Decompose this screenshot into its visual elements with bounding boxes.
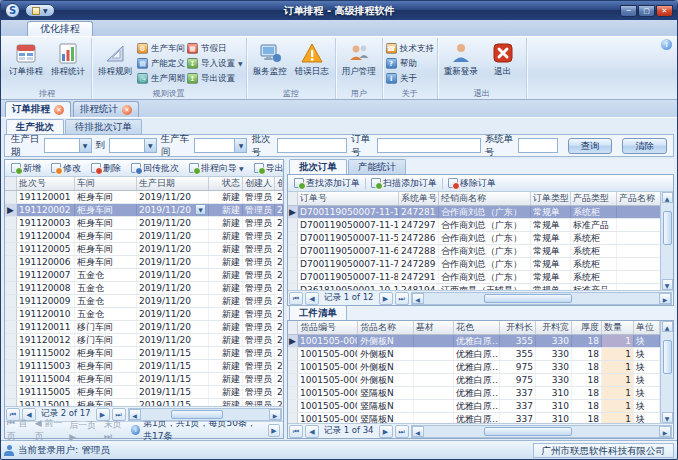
batch-row[interactable]: 191120009五金仓2019/11/20新建管理员20: [5,295,283,308]
vertical-scrollbar[interactable]: ▲▼ [660,321,673,423]
schedule-rules-button[interactable]: 排程规则 [95,39,135,78]
doc-tab-schedule-stats[interactable]: 排程统计 ✕ [73,101,139,117]
order-row[interactable]: D700119050007-11-11247297合作商刘总（广东）常规单标准产… [288,219,660,232]
date-from-picker[interactable]: ▼ [44,138,92,153]
batch-row[interactable]: 191115005柜身车间2019/11/15新建管理员20: [5,386,283,399]
order-schedule-button[interactable]: 订单排程 [6,39,46,78]
scroll-down-icon[interactable]: ▼ [662,412,673,423]
batch-row[interactable]: 191115002柜身车间2019/11/15新建管理员20: [5,347,283,360]
date-to-picker[interactable]: ▼ [109,138,157,153]
scroll-left-icon[interactable]: ◀ [129,409,141,420]
first-record-button[interactable]: ⏮ [289,425,303,438]
first-record-button[interactable]: ⏮ [289,292,303,305]
about-button[interactable]: i关于 [386,72,434,85]
minimize-button[interactable]: ─ [620,5,637,17]
capacity-define-button[interactable]: ▤产能定义 [137,57,185,70]
batch-row[interactable]: 191120012移门车间2019/11/20新建管理员20: [5,334,283,347]
close-tab-icon[interactable]: ✕ [122,105,132,115]
exit-button[interactable]: 退出 [483,39,523,78]
batch-row[interactable]: 191120008五金仓2019/11/20新建管理员20: [5,282,283,295]
tab-worklist[interactable]: 工件清单 [289,305,347,320]
scroll-right-icon[interactable]: ▶ [659,293,671,304]
batch-row[interactable]: 191115001柜身车间2019/11/15新建管理员20: [5,399,283,406]
batch-row[interactable]: 191120007五金仓2019/11/20新建管理员20: [5,269,283,282]
production-cycle-button[interactable]: ◷生产周期 [137,72,185,85]
order-row[interactable]: D700119050007-11-8247291合作商刘总（广东）常规单系统柜优… [288,271,660,284]
help-button[interactable]: ?帮助 [386,57,434,70]
tech-support-button[interactable]: ☎技术支持 [386,42,434,55]
scroll-left-icon[interactable]: ◀ [412,293,424,304]
scroll-down-icon[interactable]: ▼ [662,279,673,290]
tab-pending-batch-orders[interactable]: 待排批次订单 [65,119,142,134]
scrollbar-thumb[interactable] [663,211,672,245]
orders-table-body[interactable]: ▶D700119050007-11-1247281合作商刘总（广东）常规单系统柜… [288,206,660,290]
scroll-up-icon[interactable]: ▲ [662,192,673,203]
vertical-scrollbar[interactable]: ▲▼ [660,192,673,290]
return-batch-button[interactable]: 回传批次 [128,162,182,175]
export-settings-button[interactable]: ↥导出设置 [187,72,243,85]
work-row[interactable]: 1001505-0004外侧板N优雅白原…975330181块 [288,374,660,387]
horizontal-scrollbar[interactable]: ◀▶ [411,292,672,305]
pagination-more-button[interactable]: ▶ [268,424,280,437]
batch-row[interactable]: 191115003柜身车间2019/11/15新建管理员20: [5,360,283,373]
scrollbar-thumb[interactable] [663,340,672,374]
scrollbar-thumb[interactable] [484,427,572,436]
last-record-button[interactable]: ⏭ [395,292,409,305]
next-record-button[interactable]: ▶ [379,292,393,305]
batch-row[interactable]: 191120006柜身车间2019/11/20新建管理员20: [5,256,283,269]
scrollbar-thumb[interactable] [484,294,572,303]
horizontal-scrollbar[interactable]: ◀▶ [411,425,672,438]
order-row[interactable]: D700119050007-11-5247286合作商刘总（广东）常规单系统柜优… [288,232,660,245]
order-row[interactable]: D700119050007-11-6247288合作商刘总（广东）常规单系统柜优… [288,245,660,258]
date-dropdown-icon[interactable]: ▼ [195,204,206,215]
tab-capacity-stats[interactable]: 产能统计 [348,159,406,174]
batch-row[interactable]: 191120004柜身车间2019/11/20新建管理员20: [5,230,283,243]
schedule-stats-button[interactable]: 排程统计 [48,39,88,78]
maximize-button[interactable]: ▢ [638,5,655,17]
sys-no-input[interactable] [518,138,558,153]
next-record-button[interactable]: ▶ [379,425,393,438]
batch-table-body[interactable]: 191120001柜身车间2019/11/20新建管理员20:▶19112000… [5,191,283,406]
clear-button[interactable]: 清除 [622,138,667,154]
batch-row[interactable]: 191120010五金仓2019/11/20新建管理员20: [5,308,283,321]
batch-row[interactable]: ▶191120002柜身车间2019/11/20▼新建管理员20: [5,204,283,217]
batch-row[interactable]: 191120001柜身车间2019/11/20新建管理员20: [5,191,283,204]
workshop-select[interactable]: ▼ [194,138,248,153]
last-record-button[interactable]: ⏭ [395,425,409,438]
search-button[interactable]: 查询 [568,138,613,154]
close-tab-icon[interactable]: ✕ [54,105,64,115]
batch-no-input[interactable] [277,138,347,153]
ribbon-tab-optimize[interactable]: 优化排程 [27,21,93,36]
prev-record-button[interactable]: ◀ [305,425,319,438]
next-page-button[interactable]: 后一页 ▶ [69,419,100,442]
scroll-left-icon[interactable]: ◀ [412,426,424,437]
batch-row[interactable]: 191120011移门车间2019/11/20新建管理员20: [5,321,283,334]
batch-row[interactable]: 191120003柜身车间2019/11/20新建管理员20: [5,217,283,230]
horizontal-scrollbar[interactable]: ◀▶ [128,408,282,421]
batch-row[interactable]: 191115004柜身车间2019/11/15新建管理员20: [5,373,283,386]
quick-access-toolbar[interactable]: ▼ [25,4,55,17]
doc-tab-order-schedule[interactable]: 订单排程 ✕ [5,101,71,117]
batch-row[interactable]: 191120005柜身车间2019/11/20新建管理员20: [5,243,283,256]
service-monitor-button[interactable]: 服务监控 [250,39,290,78]
scroll-right-icon[interactable]: ▶ [269,409,281,420]
worklist-table-body[interactable]: ▶1001505-0004外侧板N优雅白原…355330181块1001505-… [288,335,660,423]
order-row[interactable]: D700119050007-11-7247289合作商刘总（广东）常规单系统柜优… [288,258,660,271]
edit-batch-button[interactable]: 修改 [48,162,84,175]
scan-add-order-button[interactable]: 扫描添加订单 [368,177,440,190]
workshop-settings-button[interactable]: ⚙生产车间 [137,42,185,55]
schedule-wizard-button[interactable]: 排程向导▼ [186,162,247,175]
delete-batch-button[interactable]: 删除 [88,162,124,175]
tab-batch-orders[interactable]: 批次订单 [289,159,347,174]
error-log-button[interactable]: 错误日志 [292,39,332,78]
close-button[interactable]: ✕ [656,5,673,17]
order-row[interactable]: ▶D700119050007-11-1247281合作商刘总（广东）常规单系统柜… [288,206,660,219]
last-page-button[interactable]: 末页 ⏭ [104,418,129,442]
work-row[interactable]: 1001505-0004竖隔板N优雅白原…337310181块 [288,400,660,413]
remove-order-button[interactable]: 移除订单 [445,177,499,190]
holiday-button[interactable]: ▦节假日 [187,42,243,55]
user-manage-button[interactable]: 用户管理 [339,39,379,78]
work-row[interactable]: 1001505-0004竖隔板N优雅白原…337310181块 [288,413,660,423]
relogin-button[interactable]: 重新登录 [441,39,481,78]
export-button[interactable]: 导出▼ [251,162,283,175]
